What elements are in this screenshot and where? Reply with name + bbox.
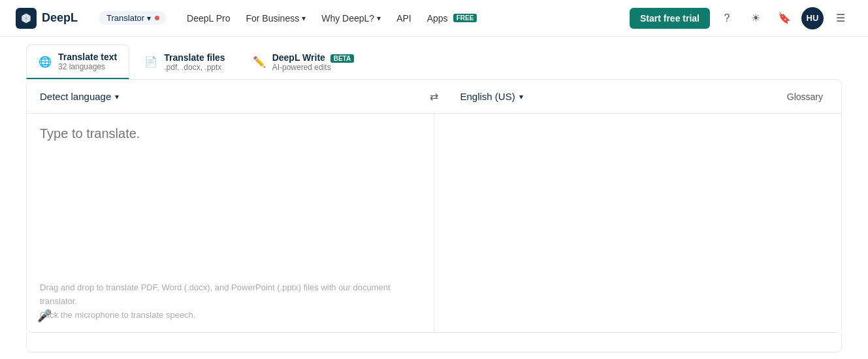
translator-container: Detect language ▾ ⇄ English (US) ▾ Gloss…: [26, 79, 842, 333]
bottom-strip: [26, 333, 842, 352]
menu-button[interactable]: ☰: [829, 7, 852, 30]
tabs-row: 🌐 Translate text 32 languages 📄 Translat…: [0, 37, 868, 79]
help-button[interactable]: ?: [715, 7, 739, 30]
source-text-input[interactable]: [40, 124, 421, 271]
main-nav: DeepL Pro For Business ▾ Why DeepL? ▾ AP…: [187, 13, 609, 24]
tab-translate-text-label: Translate text: [58, 52, 117, 62]
nav-for-business[interactable]: For Business ▾: [246, 13, 306, 24]
tab-translate-files[interactable]: 📄 Translate files .pdf, .docx, .pptx: [132, 44, 237, 79]
hint-line3: Click the microphone to translate speech…: [40, 310, 195, 320]
apps-free-badge: FREE: [453, 14, 477, 22]
header-actions: Start free trial ? ☀ 🔖 HU ☰: [630, 7, 852, 30]
logo-text: DeepL: [42, 11, 78, 25]
nav-deepl-pro[interactable]: DeepL Pro: [187, 13, 230, 24]
beta-badge: BETA: [330, 54, 354, 63]
translator-badge[interactable]: Translator ▾: [99, 11, 166, 25]
for-business-chevron: ▾: [302, 14, 306, 23]
theme-toggle-button[interactable]: ☀: [744, 7, 767, 30]
pen-icon: ✏️: [253, 56, 266, 69]
target-lang-chevron: ▾: [519, 92, 523, 101]
nav-why-deepl[interactable]: Why DeepL? ▾: [321, 13, 381, 24]
source-text-panel: Drag and drop to translate PDF, Word (.d…: [27, 114, 434, 332]
tab-deepl-write-sublabel: AI-powered edits: [272, 63, 355, 72]
source-language-label: Detect language: [40, 91, 111, 102]
hamburger-icon: ☰: [836, 12, 845, 24]
tab-deepl-write-label: DeepL Write BETA: [272, 52, 355, 63]
header: DeepL Translator ▾ DeepL Pro For Busines…: [0, 0, 868, 37]
mic-icon: 🎤: [37, 309, 52, 323]
source-lang-chevron: ▾: [115, 92, 119, 101]
sun-icon: ☀: [751, 12, 760, 24]
bookmark-icon: 🔖: [778, 12, 791, 24]
bookmark-button[interactable]: 🔖: [773, 7, 796, 30]
swap-languages-button[interactable]: ⇄: [421, 84, 447, 110]
target-language-selector[interactable]: English (US) ▾: [460, 91, 523, 102]
glossary-button[interactable]: Glossary: [782, 89, 828, 105]
start-trial-button[interactable]: Start free trial: [630, 8, 710, 29]
hint-text: Drag and drop to translate PDF, Word (.d…: [40, 281, 421, 322]
tab-translate-files-label: Translate files: [164, 52, 225, 63]
why-deepl-chevron: ▾: [377, 14, 381, 23]
translator-badge-dot: [155, 16, 159, 20]
microphone-button[interactable]: 🎤: [37, 309, 52, 323]
deepl-logo-icon: [16, 8, 37, 29]
source-language-selector[interactable]: Detect language ▾: [27, 80, 421, 113]
tab-translate-text-sublabel: 32 languages: [58, 62, 117, 71]
tab-deepl-write[interactable]: ✏️ DeepL Write BETA AI-powered edits: [240, 44, 367, 79]
tab-translate-text[interactable]: 🌐 Translate text 32 languages: [26, 44, 129, 79]
swap-icon: ⇄: [430, 90, 438, 103]
translation-panels: Drag and drop to translate PDF, Word (.d…: [27, 114, 841, 332]
nav-apps[interactable]: Apps FREE: [427, 13, 477, 24]
tab-translate-files-sublabel: .pdf, .docx, .pptx: [164, 63, 225, 72]
translator-header: Detect language ▾ ⇄ English (US) ▾ Gloss…: [27, 80, 841, 114]
translator-badge-label: Translator: [106, 13, 144, 23]
file-icon: 📄: [144, 56, 157, 69]
user-avatar[interactable]: HU: [801, 7, 824, 29]
globe-icon: 🌐: [39, 55, 52, 68]
help-icon: ?: [724, 12, 730, 24]
target-text-panel: [434, 114, 841, 332]
logo-area: DeepL: [16, 8, 78, 29]
target-language-area: English (US) ▾ Glossary: [447, 80, 842, 113]
target-language-label: English (US): [460, 91, 515, 102]
hint-line1: Drag and drop to translate PDF, Word (.d…: [40, 282, 351, 292]
translator-badge-chevron: ▾: [147, 14, 151, 23]
nav-api[interactable]: API: [396, 13, 411, 24]
